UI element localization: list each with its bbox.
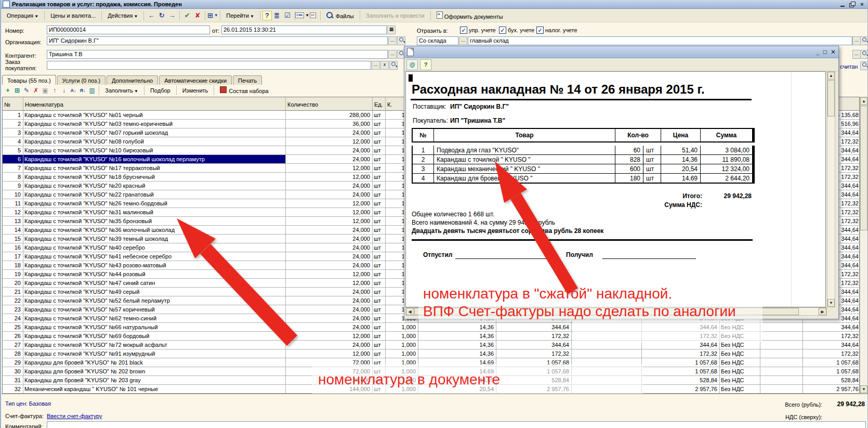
- organization-open-icon[interactable]: [397, 36, 405, 45]
- grid-scrollbar[interactable]: ▲ ▼: [860, 97, 868, 394]
- contractor-select-icon[interactable]: ...: [388, 50, 397, 59]
- preview-scroll-left-icon[interactable]: ◀: [406, 308, 414, 315]
- cell-quantity: 24,000: [286, 305, 373, 314]
- prev-document-icon[interactable]: ←: [146, 10, 156, 21]
- structure-icon[interactable]: ≣: [272, 10, 282, 21]
- checkbox-mgmt-accounting[interactable]: ✓упр. учете: [460, 27, 496, 34]
- xml-exchange-icon[interactable]: CML▼: [297, 10, 308, 21]
- enter-invoice-link[interactable]: Ввести счет-фактуру: [47, 413, 102, 419]
- make-documents-button[interactable]: Оформить документы: [433, 9, 507, 22]
- contract-open-icon[interactable]: [860, 50, 868, 59]
- cell-unit: шт: [373, 128, 386, 137]
- preview-scroll-down-icon[interactable]: ▼: [827, 299, 835, 307]
- operation-menu[interactable]: Операция▼: [3, 10, 42, 21]
- scroll-down-icon[interactable]: ▼: [860, 385, 867, 393]
- table-row[interactable]: 28 Карандаш с точилкой "KYUSO" №91 изумр…: [3, 349, 859, 358]
- inv-col-qty: Кол-во: [615, 129, 661, 141]
- copy-menu-icon[interactable]: ⊞▼: [207, 10, 218, 21]
- preview-document: Расходная накладная № 14 от 26 января 20…: [405, 71, 826, 307]
- cell-number: 26: [3, 332, 23, 341]
- order-clear-icon[interactable]: x: [380, 61, 389, 70]
- preview-scroll-up-icon[interactable]: ▲: [827, 72, 835, 80]
- mail-icon[interactable]: @: [406, 59, 418, 70]
- tab[interactable]: Товары (55 поз.): [2, 75, 56, 85]
- col-nomenclature[interactable]: Номенклатура: [23, 97, 286, 110]
- preview-help-icon[interactable]: ?: [420, 59, 431, 70]
- cell-price: 14,36: [418, 341, 496, 349]
- fill-and-post-button[interactable]: Заполнить и провести: [362, 10, 428, 21]
- 1c-network-icon[interactable]: 1С: [308, 10, 318, 21]
- sort-asc-icon[interactable]: A↓: [69, 86, 78, 95]
- scroll-up-icon[interactable]: ▲: [860, 97, 867, 105]
- warehouse-select-icon[interactable]: ...: [852, 36, 861, 45]
- restore-button[interactable]: [848, 1, 856, 8]
- move-down-icon[interactable]: ↓: [59, 86, 69, 95]
- set-contents-button[interactable]: Состав набора: [216, 84, 272, 96]
- preview-vscroll-thumb[interactable]: [827, 80, 835, 116]
- inv-cell-number: 2: [413, 155, 433, 164]
- total-items-line: Всего наименований 4, на сумму 29 942,28…: [412, 219, 555, 226]
- col-number[interactable]: №: [3, 97, 23, 110]
- preview-minimize-button[interactable]: _: [816, 48, 820, 56]
- edit-row-icon[interactable]: ✎: [22, 86, 31, 95]
- preview-vscrollbar[interactable]: ▲ ▼: [827, 71, 835, 307]
- close-button[interactable]: ×: [858, 1, 866, 8]
- cell-number: 30: [3, 367, 23, 376]
- checkbox-tax-accounting[interactable]: ✓налог. учете: [536, 27, 577, 34]
- number-field[interactable]: ИП000000014: [47, 25, 210, 34]
- refresh-icon[interactable]: ↻: [156, 10, 167, 21]
- organization-select-icon[interactable]: ...: [388, 36, 397, 45]
- go-menu[interactable]: Перейти▼: [222, 10, 258, 21]
- organization-field[interactable]: ИП" Сидоркин В.Г": [47, 36, 388, 45]
- end-edit-icon[interactable]: ▣: [41, 86, 50, 95]
- order-field[interactable]: [47, 61, 371, 70]
- calendar-icon[interactable]: ▦: [387, 25, 396, 34]
- inv-cell-sum: 2 644,20: [701, 174, 752, 183]
- sort-desc-icon[interactable]: Я↓: [78, 86, 87, 95]
- next-document-icon[interactable]: →: [167, 10, 177, 21]
- contractor-field[interactable]: Тришина Т.В: [47, 50, 388, 59]
- delete-row-icon[interactable]: ✗: [31, 86, 41, 95]
- col-quantity[interactable]: Количество: [286, 97, 373, 110]
- actions-menu[interactable]: Действия▼: [104, 10, 141, 21]
- cell-number: 8: [3, 173, 23, 181]
- warehouse-open-icon[interactable]: [860, 36, 868, 45]
- tab[interactable]: Печать: [233, 75, 262, 85]
- settlement-open-icon[interactable]: [860, 61, 868, 70]
- ruler-icon[interactable]: ▥: [87, 86, 97, 95]
- order-select-icon[interactable]: ...: [372, 61, 380, 70]
- comment-field[interactable]: [47, 421, 866, 428]
- warehouse-field[interactable]: главный склад: [468, 36, 852, 45]
- date-field[interactable]: 26.01.2015 13:30:21: [221, 25, 387, 34]
- scroll-thumb[interactable]: [860, 106, 867, 230]
- minimize-button[interactable]: [838, 1, 846, 8]
- checkbox-accounting[interactable]: ✓бух. учете: [499, 27, 534, 34]
- copy-row-icon[interactable]: ⊞: [12, 86, 22, 95]
- pick-button[interactable]: Подбор: [147, 85, 174, 96]
- col-unit[interactable]: Ед.: [373, 97, 386, 110]
- files-button[interactable]: Файлы: [323, 10, 358, 21]
- prices-currency-button[interactable]: Цены и валюта...: [47, 10, 99, 21]
- cell-unit: шт: [373, 217, 386, 226]
- order-open-icon[interactable]: [389, 61, 398, 70]
- cell-quantity: 12,000: [286, 279, 373, 288]
- annotation-backdrop: [573, 321, 762, 342]
- contract-select-icon[interactable]: ...: [852, 50, 861, 59]
- add-row-icon[interactable]: +: [3, 86, 12, 95]
- help-icon[interactable]: ?: [262, 11, 272, 20]
- preview-close-button[interactable]: ✕: [831, 48, 836, 56]
- warehouse-mode-field[interactable]: Со склада: [417, 36, 458, 45]
- tab[interactable]: Автоматические скидки: [159, 75, 232, 85]
- tab[interactable]: Дополнительно: [107, 75, 158, 85]
- preview-scroll-right-icon[interactable]: ▶: [819, 308, 826, 315]
- post-document-icon[interactable]: ✔: [182, 10, 192, 21]
- tab[interactable]: Услуги (0 поз.): [57, 75, 106, 85]
- fill-menu[interactable]: Заполнить▼: [101, 85, 142, 96]
- preview-maximize-button[interactable]: □: [823, 48, 827, 56]
- settings-list-icon[interactable]: ☑: [282, 10, 293, 21]
- change-button[interactable]: Изменить: [179, 85, 212, 96]
- cell-unit: шт: [373, 199, 386, 208]
- unpost-document-icon[interactable]: ✘: [192, 10, 203, 21]
- warehouse-mode-select-icon[interactable]: ...: [459, 36, 467, 45]
- move-up-icon[interactable]: ↑: [50, 86, 59, 95]
